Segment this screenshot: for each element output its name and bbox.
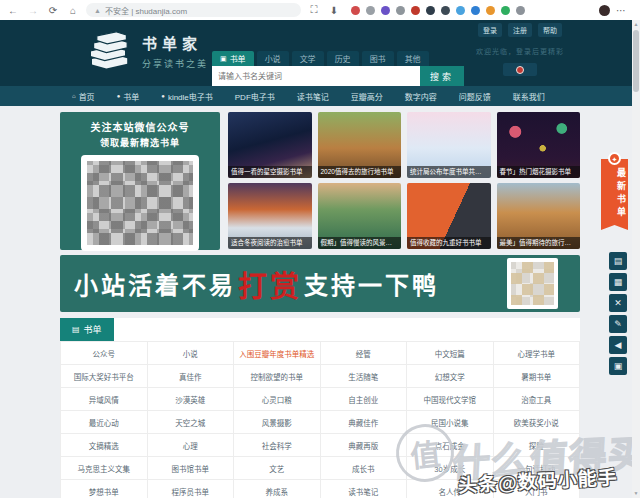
site-logo[interactable]: 书单家 分享读书之美 (84, 30, 208, 72)
featured-card[interactable]: 值得一看的星空摄影书单 (228, 112, 312, 178)
extension-icon[interactable] (351, 6, 360, 15)
download-icon[interactable]: ⬇ (327, 5, 341, 16)
booklist-cell[interactable]: 控制欲望的书单 (234, 365, 321, 388)
nav-item[interactable]: PDF电子书 (225, 86, 285, 106)
back-to-top-button[interactable]: ▣ (609, 357, 627, 375)
search-button[interactable]: 搜索 (420, 66, 464, 86)
booklist-cell[interactable]: 国际大奖好书平台 (61, 365, 148, 388)
extension-icon[interactable] (486, 6, 495, 15)
booklist-cell[interactable]: 中文短篇 (407, 342, 494, 365)
booklist-cell[interactable]: 图书馆书单 (147, 457, 234, 480)
qrcode-button[interactable]: ▤ (609, 252, 627, 270)
booklist-cell[interactable]: 心理 (147, 434, 234, 457)
extension-icon[interactable] (366, 6, 375, 15)
booklist-cell[interactable]: 成长书 (320, 457, 407, 480)
scroll-up-icon[interactable]: ▲ (632, 20, 640, 29)
home-icon[interactable]: ⌂ (66, 5, 80, 16)
booklist-cell[interactable]: 风景摄影 (234, 411, 321, 434)
booklist-cell[interactable]: 治愈工具 (493, 388, 580, 411)
booklist-cell[interactable]: 真佳作 (147, 365, 234, 388)
scrollbar-thumb[interactable] (633, 30, 639, 92)
nav-item[interactable]: 豆瓣高分 (341, 86, 393, 106)
extension-icon[interactable] (426, 6, 435, 15)
extension-icon[interactable] (471, 6, 480, 15)
search-tab[interactable]: 图书 (362, 51, 394, 66)
help-link[interactable]: 帮助 (538, 23, 562, 37)
search-input[interactable] (212, 66, 420, 86)
search-tab[interactable]: 历史 (327, 51, 359, 66)
booklist-cell[interactable]: 入门书 (493, 480, 580, 498)
featured-card[interactable]: 春节」热门烟花摄影书单 (497, 112, 581, 178)
edit-button[interactable]: ✎ (609, 315, 627, 333)
booklist-cell[interactable]: 读书笔记 (320, 480, 407, 498)
browser-profile-avatar[interactable] (599, 5, 610, 16)
booklist-cell[interactable]: 最近心动 (61, 411, 148, 434)
wechat-promo-panel[interactable]: 关注本站微信公众号 领取最新精选书单 (60, 112, 220, 250)
featured-card[interactable]: 假期」值得慢读的风景书单 (318, 183, 402, 249)
booklist-cell[interactable]: 文摘精选 (61, 434, 148, 457)
featured-card[interactable]: 2020值得去的旅行地书单 (318, 112, 402, 178)
extension-icon[interactable] (396, 6, 405, 15)
extension-icon[interactable] (516, 6, 525, 15)
booklist-cell[interactable]: 探险 (493, 434, 580, 457)
booklist-cell[interactable]: 入围豆瓣年度书单精选 (234, 342, 321, 365)
booklist-cell[interactable]: 自主创业 (320, 388, 407, 411)
booklist-cell[interactable]: 点石成金 (407, 434, 494, 457)
extension-icon[interactable] (381, 6, 390, 15)
user-avatar[interactable] (503, 63, 537, 76)
booklist-cell[interactable]: 沙漠英雄 (147, 388, 234, 411)
booklist-cell[interactable]: 民国小说集 (407, 411, 494, 434)
featured-card[interactable]: 值得收藏的九重好书书单 (407, 183, 491, 249)
booklist-cell[interactable]: 梦想书单 (61, 480, 148, 498)
fullscreen-icon[interactable]: ⛶ (307, 4, 321, 16)
floating-ribbon[interactable]: ✦ 最新书单 (601, 152, 628, 230)
wechat-button[interactable]: ▦ (609, 273, 627, 291)
search-tab[interactable]: 小说 (257, 51, 289, 66)
booklist-cell[interactable]: 社会科学 (234, 434, 321, 457)
nav-item[interactable]: 问题反馈 (449, 86, 501, 106)
booklist-cell[interactable]: 30岁成长 (407, 457, 494, 480)
browser-menu-icon[interactable]: ⋯ (616, 5, 626, 16)
booklist-cell[interactable]: 文艺 (234, 457, 321, 480)
nav-item[interactable]: ●书单 (107, 86, 150, 106)
booklist-cell[interactable]: 马克思主义文集 (61, 457, 148, 480)
featured-card[interactable]: 最美」值得期待的旅行文学书单 了 (497, 183, 581, 249)
nav-item[interactable]: 联系我们 (503, 86, 555, 106)
search-tab[interactable]: 文学 (292, 51, 324, 66)
extension-icon[interactable] (411, 6, 420, 15)
booklist-cell[interactable]: 异域风情 (61, 388, 148, 411)
extension-icon[interactable] (441, 6, 450, 15)
booklist-cell[interactable]: 欧美获奖小说 (493, 411, 580, 434)
booklist-cell[interactable]: 一句话打动 (493, 457, 580, 480)
search-tab[interactable]: ▣书单 (212, 51, 254, 66)
nav-item[interactable]: 数字内容 (395, 86, 447, 106)
booklist-cell[interactable]: 程序员书单 (147, 480, 234, 498)
close-button[interactable]: ✕ (609, 294, 627, 312)
address-bar[interactable]: ▲ 不安全 | shudanjia.com (86, 3, 301, 17)
booklist-cell[interactable]: 中国现代文学馆 (407, 388, 494, 411)
featured-card[interactable]: 适合冬夜阅读的治愈书单 (228, 183, 312, 249)
booklist-cell[interactable]: 心理学书单 (493, 342, 580, 365)
booklist-cell[interactable]: 生活随笔 (320, 365, 407, 388)
scroll-down-icon[interactable]: ▼ (632, 489, 640, 498)
booklist-cell[interactable]: 养成系 (234, 480, 321, 498)
back-icon[interactable]: ← (6, 5, 20, 16)
nav-item[interactable]: 读书笔记 (287, 86, 339, 106)
booklist-cell[interactable]: 经管 (320, 342, 407, 365)
booklist-cell[interactable]: 幻想文学 (407, 365, 494, 388)
nav-item[interactable]: ●kindle电子书 (151, 86, 223, 106)
booklist-cell[interactable]: 暑期书单 (493, 365, 580, 388)
booklist-cell[interactable]: 小说 (147, 342, 234, 365)
featured-card[interactable]: 统计局公布年度书单共几本 (407, 112, 491, 178)
booklist-cell[interactable]: 名人传 (407, 480, 494, 498)
forward-icon[interactable]: → (26, 5, 40, 16)
share-button[interactable]: ◀ (609, 336, 627, 354)
search-tab[interactable]: 其他 (397, 51, 429, 66)
booklist-cell[interactable]: 公众号 (61, 342, 148, 365)
refresh-icon[interactable]: ⟳ (46, 5, 60, 16)
extension-icon[interactable] (501, 6, 510, 15)
booklist-cell[interactable]: 典藏佳作 (320, 411, 407, 434)
extension-icon[interactable] (456, 6, 465, 15)
register-link[interactable]: 注册 (508, 23, 532, 37)
booklist-tab[interactable]: ▤ 书单 (60, 318, 114, 341)
